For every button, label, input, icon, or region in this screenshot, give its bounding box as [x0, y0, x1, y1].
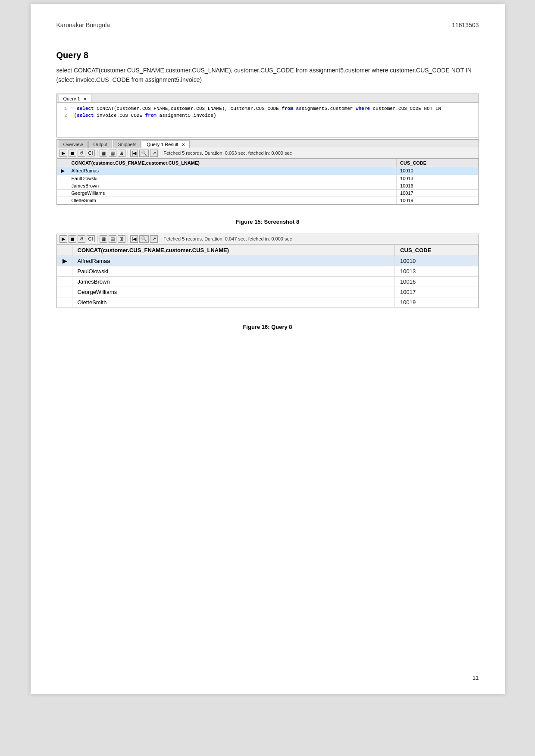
- tab-output[interactable]: Output: [88, 141, 112, 148]
- large-row-col1: JamesBrown: [72, 276, 395, 287]
- small-table-body: ▶ AlfredRamas 10010 PaulOlowski 10013 Ja…: [57, 167, 478, 204]
- tab-overview[interactable]: Overview: [59, 141, 88, 148]
- page: Karunakar Burugula 11613503 Query 8 sele…: [31, 4, 505, 694]
- large-table-row[interactable]: PaulOlowski 10013: [57, 266, 478, 276]
- small-table-row[interactable]: GeorgeWilliams 10017: [57, 189, 478, 197]
- small-data-table: CONCAT(customer.CUS_FNAME,customer.CUS_L…: [57, 159, 479, 204]
- toolbar-btn-grid[interactable]: ▦: [100, 150, 107, 157]
- query-text: select CONCAT(customer.CUS_FNAME,custome…: [56, 66, 479, 85]
- small-row-indicator: [57, 197, 68, 204]
- toolbar-btn-layout[interactable]: ⊞: [118, 150, 125, 157]
- small-data-table-container: CONCAT(customer.CUS_FNAME,customer.CUS_L…: [56, 158, 479, 205]
- large-row-col2: 10019: [395, 297, 478, 307]
- small-row-col1: GeorgeWilliams: [68, 189, 397, 197]
- large-row-indicator: ▶: [57, 256, 72, 266]
- small-table-row[interactable]: OletteSmith 10019: [57, 197, 478, 204]
- small-table-indicator-header: [57, 159, 68, 167]
- toolbar-btn-execute[interactable]: ▶: [59, 150, 67, 157]
- toolbar-btn-form[interactable]: ▤: [109, 150, 116, 157]
- toolbar-btn-search[interactable]: 🔍: [139, 150, 149, 157]
- tab-close[interactable]: ✕: [181, 142, 185, 147]
- large-toolbar-btn-search[interactable]: 🔍: [139, 235, 149, 243]
- toolbar-sep1: [97, 150, 97, 156]
- small-row-indicator: [57, 182, 68, 189]
- small-table-col1-header: CONCAT(customer.CUS_FNAME,customer.CUS_L…: [68, 159, 397, 167]
- query-title: Query 8: [56, 50, 479, 60]
- sql-line-1: 1 * select CONCAT(customer.CUS_FNAME,cus…: [60, 105, 475, 112]
- small-row-col2: 10019: [397, 197, 478, 204]
- large-row-col1: PaulOlowski: [72, 266, 395, 276]
- editor-tab-bar: Query 1 ✕: [57, 94, 479, 103]
- line-content-2: (select invoice.CUS_CODE from assignment…: [74, 112, 216, 119]
- small-toolbar-status: Fetched 5 records. Duration: 0.063 sec, …: [163, 150, 292, 156]
- large-table-col2-header: CUS_CODE: [395, 244, 478, 256]
- large-table-indicator-header: [57, 244, 72, 256]
- small-row-col2: 10010: [397, 167, 478, 175]
- tab-snippets[interactable]: Snippets: [113, 141, 141, 148]
- small-row-indicator: [57, 175, 68, 182]
- large-table-row[interactable]: JamesBrown 10016: [57, 276, 478, 287]
- editor-tab-query1[interactable]: Query 1 ✕: [59, 95, 91, 102]
- line-num-2: 2: [60, 112, 67, 119]
- large-result-panel: ▶ ◼ ↺ CI ▦ ▤ ⊞ |◀ 🔍 ↗ Fetched 5 records.…: [56, 234, 479, 308]
- large-table-col1-header: CONCAT(customer.CUS_FNAME,customer.CUS_L…: [72, 244, 395, 256]
- toolbar-btn-first[interactable]: |◀: [130, 150, 138, 157]
- large-toolbar-sep2: [128, 235, 128, 242]
- small-table-row[interactable]: PaulOlowski 10013: [57, 175, 478, 182]
- large-table-row[interactable]: OletteSmith 10019: [57, 297, 478, 307]
- large-toolbar-btn-first[interactable]: |◀: [130, 235, 138, 243]
- query-description: select CONCAT(customer.CUS_FNAME,custome…: [56, 67, 472, 83]
- results-tab-bar: Overview Output Snippets Query 1 Result …: [56, 139, 479, 148]
- large-row-col1: AlfredRamaa: [72, 256, 395, 266]
- large-toolbar-btn-execute[interactable]: ▶: [59, 235, 67, 243]
- small-row-col1: JamesBrown: [68, 182, 397, 189]
- line-marker-1: *: [71, 105, 74, 112]
- large-toolbar-btn-export[interactable]: ↗: [150, 235, 158, 243]
- large-row-indicator: [57, 266, 72, 276]
- large-table-row[interactable]: ▶ AlfredRamaa 10010: [57, 256, 478, 266]
- header: Karunakar Burugula 11613503: [56, 22, 479, 33]
- student-id: 11613503: [452, 22, 479, 28]
- large-toolbar-btn-refresh[interactable]: ↺: [78, 235, 85, 243]
- small-row-indicator: [57, 189, 68, 197]
- large-toolbar-btn-form[interactable]: ▤: [109, 235, 116, 243]
- large-table-row[interactable]: GeorgeWilliams 10017: [57, 287, 478, 297]
- large-row-col2: 10013: [395, 266, 478, 276]
- large-row-col1: GeorgeWilliams: [72, 287, 395, 297]
- editor-tab-label: Query 1: [63, 96, 80, 101]
- small-row-indicator: ▶: [57, 167, 68, 175]
- large-row-col2: 10010: [395, 256, 478, 266]
- toolbar-btn-stop[interactable]: ◼: [69, 150, 76, 157]
- small-row-col1: OletteSmith: [68, 197, 397, 204]
- large-toolbar-status: Fetched 5 records. Duration: 0.047 sec, …: [163, 236, 292, 241]
- large-row-indicator: [57, 287, 72, 297]
- small-row-col2: 10013: [397, 175, 478, 182]
- large-row-indicator: [57, 276, 72, 287]
- figure15-caption: Figure 15: Screenshot 8: [56, 219, 479, 225]
- large-row-indicator: [57, 297, 72, 307]
- editor-tab-close[interactable]: ✕: [83, 97, 87, 101]
- large-toolbar-btn-stop[interactable]: ◼: [69, 235, 76, 243]
- toolbar-btn-refresh[interactable]: ↺: [78, 150, 85, 157]
- small-table-row[interactable]: JamesBrown 10016: [57, 182, 478, 189]
- small-table-header-row: CONCAT(customer.CUS_FNAME,customer.CUS_L…: [57, 159, 478, 167]
- toolbar-sep2: [128, 150, 128, 156]
- tab-query1-result[interactable]: Query 1 Result ✕: [142, 141, 189, 148]
- sql-editor-panel: Query 1 ✕ 1 * select CONCAT(customer.CUS…: [56, 94, 479, 137]
- toolbar-btn-ci[interactable]: CI: [87, 150, 95, 156]
- small-table-col2-header: CUS_CODE: [397, 159, 478, 167]
- large-toolbar-btn-layout[interactable]: ⊞: [118, 235, 125, 243]
- sql-editor-body[interactable]: 1 * select CONCAT(customer.CUS_FNAME,cus…: [57, 103, 479, 137]
- toolbar-btn-export[interactable]: ↗: [150, 150, 158, 157]
- small-table-row[interactable]: ▶ AlfredRamas 10010: [57, 167, 478, 175]
- line-content-1: select CONCAT(customer.CUS_FNAME,custome…: [77, 105, 441, 112]
- small-row-col2: 10016: [397, 182, 478, 189]
- large-row-col1: OletteSmith: [72, 297, 395, 307]
- large-row-col2: 10017: [395, 287, 478, 297]
- large-toolbar-btn-grid[interactable]: ▦: [100, 235, 107, 243]
- large-toolbar-btn-ci[interactable]: CI: [87, 235, 95, 242]
- small-row-col1: PaulOlowski: [68, 175, 397, 182]
- small-row-col2: 10017: [397, 189, 478, 197]
- large-data-table: CONCAT(customer.CUS_FNAME,customer.CUS_L…: [57, 244, 479, 308]
- figure16-caption: Figure 16: Query 8: [56, 324, 479, 330]
